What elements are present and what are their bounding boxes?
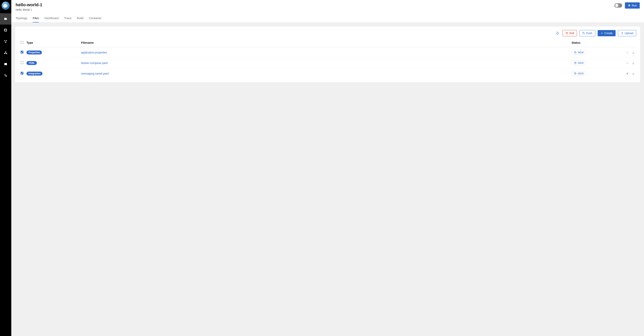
filename-link[interactable]: application.properties	[81, 51, 107, 54]
pull-label: Pull	[570, 32, 574, 35]
dev-mode-toggle[interactable]	[614, 3, 622, 8]
close-icon	[626, 51, 629, 54]
copy-icon	[574, 62, 576, 64]
nav-settings[interactable]	[0, 70, 11, 81]
refresh-button[interactable]	[554, 30, 560, 36]
download-icon	[632, 72, 635, 75]
gears-icon	[4, 74, 8, 77]
upload-icon	[621, 32, 624, 35]
content: Pull Push Create Upload	[11, 23, 644, 86]
pull-button[interactable]: Pull	[562, 30, 577, 36]
svg-rect-13	[575, 52, 576, 54]
run-label: Run	[632, 4, 637, 7]
status-pill[interactable]: NEW	[572, 71, 586, 76]
status-pill[interactable]: NEW	[572, 50, 586, 55]
upload-button[interactable]: Upload	[618, 30, 636, 36]
table-row: Properties application.properties NEW	[19, 47, 636, 58]
close-icon	[626, 72, 629, 75]
nav-projects[interactable]	[0, 13, 11, 25]
refresh-icon	[556, 31, 559, 35]
status-pill[interactable]: NEW	[572, 61, 586, 65]
create-label: Create	[604, 32, 613, 35]
download-icon	[632, 51, 635, 54]
create-button[interactable]: Create	[598, 30, 616, 36]
run-button[interactable]: Run	[625, 2, 640, 9]
svg-rect-15	[575, 73, 576, 75]
download-button[interactable]	[632, 72, 635, 75]
delete-button[interactable]	[626, 72, 629, 75]
download-button[interactable]	[632, 62, 635, 64]
push-label: Push	[586, 32, 592, 35]
folder-icon	[4, 17, 8, 21]
svg-rect-14	[575, 63, 576, 64]
upload-label: Upload	[625, 32, 633, 35]
tab-build[interactable]: Build	[77, 15, 83, 23]
download-icon	[632, 62, 635, 64]
table-row: YAML docker-compose.yaml NEW	[19, 58, 636, 68]
box-icon	[4, 29, 8, 32]
type-badge: Integration	[26, 72, 42, 76]
app-logo	[2, 2, 10, 10]
main: hello-world-1 Hello World 1 Run Topology…	[11, 0, 644, 336]
push-button[interactable]: Push	[579, 30, 595, 36]
page-title: hello-world-1	[16, 2, 42, 8]
filename-link[interactable]: messaging.camel.yaml	[81, 72, 109, 75]
svg-point-6	[6, 76, 7, 77]
type-badge: Properties	[26, 51, 42, 54]
files-table: Type Filename Status Properties applicat…	[19, 39, 636, 79]
nav-containers[interactable]	[0, 25, 11, 36]
download-button[interactable]	[632, 51, 635, 54]
svg-point-2	[4, 40, 5, 41]
table-row: Integration messaging.camel.yaml NEW	[19, 68, 636, 79]
tab-dashboard[interactable]: Dashboard	[44, 15, 59, 23]
copy-icon	[574, 72, 576, 75]
svg-point-7	[566, 32, 566, 33]
svg-point-3	[6, 40, 7, 41]
page-subtitle: Hello World 1	[16, 8, 42, 11]
git-push-icon	[582, 32, 585, 35]
th-filename: Filename	[80, 39, 570, 47]
svg-point-12	[584, 34, 584, 34]
svg-point-9	[567, 34, 568, 34]
tab-trace[interactable]: Trace	[64, 15, 72, 23]
tab-files[interactable]: Files	[33, 15, 39, 23]
th-type: Type	[25, 39, 80, 47]
row-checkbox[interactable]	[21, 72, 24, 75]
type-badge: YAML	[26, 61, 37, 65]
services-icon	[4, 40, 8, 43]
files-card: Pull Push Create Upload	[15, 27, 640, 82]
rocket-icon	[628, 4, 630, 7]
row-checkbox[interactable]	[21, 51, 24, 54]
svg-point-10	[583, 32, 583, 33]
plus-icon	[600, 32, 603, 35]
nav-templates[interactable]	[0, 47, 11, 59]
close-icon	[626, 62, 629, 64]
select-all-checkbox[interactable]	[21, 41, 24, 44]
row-checkbox[interactable]	[21, 61, 24, 64]
tab-topology[interactable]: Topology	[16, 15, 27, 23]
files-toolbar: Pull Push Create Upload	[19, 30, 636, 36]
cubes-icon	[4, 51, 8, 55]
header: hello-world-1 Hello World 1 Run Topology…	[11, 0, 644, 23]
delete-button	[626, 51, 629, 54]
nav-services[interactable]	[0, 36, 11, 47]
copy-icon	[574, 51, 576, 54]
git-pull-icon	[566, 32, 568, 35]
svg-point-4	[5, 42, 6, 43]
delete-button	[626, 62, 629, 64]
nav-docs[interactable]	[0, 59, 11, 70]
filename-link[interactable]: docker-compose.yaml	[81, 61, 108, 65]
svg-point-8	[566, 34, 566, 34]
tab-container[interactable]: Container	[89, 15, 102, 23]
th-status: Status	[570, 39, 619, 47]
svg-point-5	[5, 75, 6, 76]
tabs: Topology Files Dashboard Trace Build Con…	[16, 15, 640, 23]
book-icon	[4, 62, 8, 66]
sidebar	[0, 0, 11, 336]
svg-point-11	[583, 34, 583, 34]
